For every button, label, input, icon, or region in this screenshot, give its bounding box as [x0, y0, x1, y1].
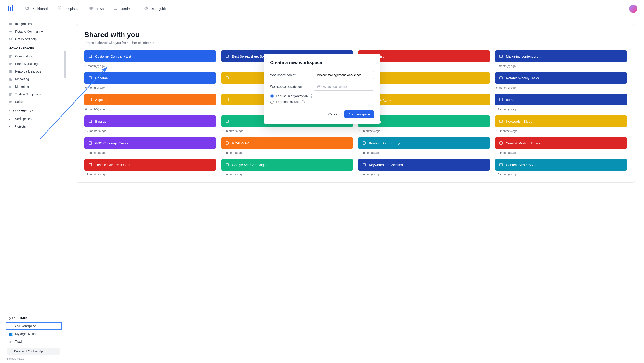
project-name: Trello Keywords & Cont... [95, 163, 133, 167]
scrollbar[interactable] [64, 51, 66, 78]
project-card[interactable]: Retable Weekly Tasks8 month(s) ago⋯ [495, 72, 627, 89]
project-card[interactable]: Items11 month(s) ago⋯ [495, 94, 627, 111]
info-icon[interactable]: i [310, 94, 313, 98]
project-more-icon[interactable]: ⋯ [486, 86, 489, 89]
project-more-icon[interactable]: ⋯ [212, 86, 215, 89]
project-timestamp: 13 month(s) ago [359, 129, 380, 133]
project-more-icon[interactable]: ⋯ [486, 173, 489, 176]
project-timestamp: 13 month(s) ago [85, 173, 106, 176]
project-card[interactable]: Blog sp12 month(s) ago⋯ [84, 116, 216, 133]
project-name: Items [506, 98, 514, 102]
project-more-icon[interactable]: ⋯ [622, 64, 626, 68]
project-more-icon[interactable]: ⋯ [212, 151, 215, 154]
sidebar-workspace-item[interactable]: ▦Marketing [7, 75, 61, 83]
svg-rect-2 [12, 5, 14, 12]
nav-user-guide[interactable]: User guide [140, 4, 171, 13]
workspace-icon: ▦ [8, 92, 12, 96]
sidebar-workspace-item[interactable]: ▦Report a Malicious [7, 68, 61, 75]
my-workspaces-heading: MY WORKSPACES [7, 43, 61, 52]
project-name: Appsum [95, 98, 108, 102]
project-more-icon[interactable]: ⋯ [486, 64, 489, 68]
sidebar-shared-item[interactable]: ▶Workspaces [7, 115, 61, 123]
add-workspace-button[interactable]: Add workspace [344, 110, 374, 118]
workspace-icon: ▦ [8, 85, 12, 88]
cancel-button[interactable]: Cancel [325, 110, 342, 118]
project-card[interactable]: Google Ads Campaign ...14 month(s) ago⋯ [221, 159, 353, 176]
project-more-icon[interactable]: ⋯ [212, 129, 215, 133]
sidebar-workspace-item[interactable]: ▦Sales [7, 98, 61, 106]
project-timestamp: 4 month(s) ago [496, 64, 516, 68]
project-more-icon[interactable]: ⋯ [622, 86, 626, 89]
project-more-icon[interactable]: ⋯ [622, 108, 626, 111]
sidebar-shared-item[interactable]: ▶Projects [7, 123, 61, 130]
project-more-icon[interactable]: ⋯ [349, 129, 352, 133]
project-name: GSC Coverage Errors [95, 141, 128, 145]
help-icon [144, 6, 148, 11]
nav-news[interactable]: News [85, 4, 108, 13]
project-icon [88, 54, 92, 58]
sidebar-integrations[interactable]: ⇄Integrations [7, 20, 61, 28]
sidebar-workspace-item[interactable]: ▦Marketing [7, 83, 61, 90]
project-more-icon[interactable]: ⋯ [349, 151, 352, 154]
project-icon [88, 163, 92, 167]
project-more-icon[interactable]: ⋯ [622, 129, 626, 133]
project-icon [225, 98, 229, 102]
modal-title: Create a new workspace [270, 60, 374, 65]
project-icon [362, 141, 366, 145]
sidebar-workspace-item[interactable]: ▦Competitors [7, 52, 61, 60]
radio-personal-row[interactable]: For personal use i [270, 100, 374, 104]
project-more-icon[interactable]: ⋯ [622, 173, 626, 176]
project-more-icon[interactable]: ⋯ [486, 129, 489, 133]
app-logo[interactable] [7, 5, 15, 13]
trash-link[interactable]: 🗑Trash [7, 338, 61, 345]
workspace-icon: ▦ [8, 77, 12, 81]
add-workspace-link[interactable]: ＋Add workspace [6, 322, 62, 330]
svg-rect-10 [89, 55, 92, 58]
radio-org-row[interactable]: For use in organization i [270, 94, 374, 98]
project-more-icon[interactable]: ⋯ [212, 108, 215, 111]
sidebar-workspace-item[interactable]: ▦Tests & Templates [7, 90, 61, 98]
project-icon [225, 163, 229, 167]
project-more-icon[interactable]: ⋯ [622, 151, 626, 154]
shared-heading: SHARED WITH YOU [7, 106, 61, 115]
nav-templates[interactable]: Templates [54, 4, 83, 13]
project-card[interactable]: Marketing content pro...4 month(s) ago⋯ [495, 50, 627, 68]
info-icon[interactable]: i [302, 100, 305, 104]
project-card[interactable]: Keywords for Christma...14 month(s) ago⋯ [358, 159, 490, 176]
project-card[interactable]: Roadma6 month(s) ago⋯ [84, 72, 216, 89]
project-more-icon[interactable]: ⋯ [349, 173, 352, 176]
workspace-desc-input[interactable] [314, 82, 374, 91]
project-card[interactable]: GSC Coverage Errors13 month(s) ago⋯ [84, 137, 216, 154]
my-organization-link[interactable]: 👥My organization [7, 330, 61, 338]
project-card[interactable]: Kanban Board - Keywo...13 month(s) ago⋯ [358, 137, 490, 154]
sidebar-community[interactable]: ✉Retable Community [7, 28, 61, 35]
project-card[interactable]: Trello Keywords & Cont...13 month(s) ago… [84, 159, 216, 176]
project-card[interactable]: Customer Company List1 month(s) ago⋯ [84, 50, 216, 68]
sidebar-expert-help[interactable]: ✉Get expert help [7, 35, 61, 43]
project-card[interactable]: Keywords - Blogs13 month(s) ago⋯ [495, 116, 627, 133]
nav-roadmap[interactable]: Roadmap [110, 4, 138, 13]
project-name: Marketing content pro... [506, 54, 541, 58]
workspace-name-input[interactable] [314, 71, 374, 79]
project-card[interactable]: Appsum8 month(s) ago⋯ [84, 94, 216, 111]
radio-personal[interactable] [270, 100, 274, 104]
project-timestamp: 14 month(s) ago [222, 173, 244, 176]
download-desktop-button[interactable]: ⬇ Download Desktop App [7, 348, 60, 355]
project-more-icon[interactable]: ⋯ [486, 151, 489, 154]
nav-dashboard[interactable]: Dashboard [21, 4, 52, 13]
project-timestamp: 11 month(s) ago [496, 108, 517, 111]
sidebar: ⇄Integrations ✉Retable Community ✉Get ex… [0, 18, 67, 363]
project-more-icon[interactable]: ⋯ [212, 173, 215, 176]
project-card[interactable]: Content Strategy'2315 month(s) ago⋯ [495, 159, 627, 176]
radio-org[interactable] [270, 94, 274, 98]
project-more-icon[interactable]: ⋯ [212, 64, 215, 68]
project-icon [499, 119, 503, 123]
project-more-icon[interactable]: ⋯ [486, 108, 489, 111]
avatar[interactable] [629, 5, 637, 13]
project-card[interactable]: ROADMAP13 month(s) ago⋯ [221, 137, 353, 154]
project-card[interactable]: Small & Medium Busine...13 month(s) ago⋯ [495, 137, 627, 154]
svg-rect-14 [89, 76, 92, 79]
sidebar-workspace-item[interactable]: ▦Email Marketing [7, 60, 61, 68]
version-text: Retable v2.0.0 [0, 356, 67, 363]
mail-icon: ✉ [8, 30, 12, 33]
